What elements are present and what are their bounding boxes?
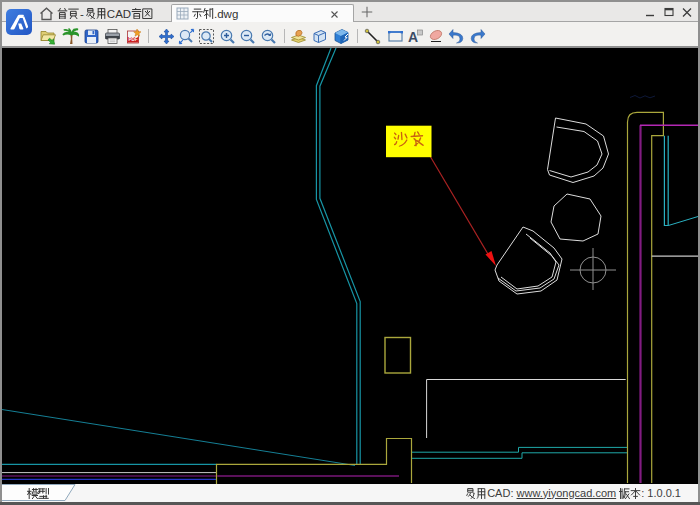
svg-text:PDF: PDF (128, 37, 137, 42)
svg-text:A: A (408, 29, 418, 45)
